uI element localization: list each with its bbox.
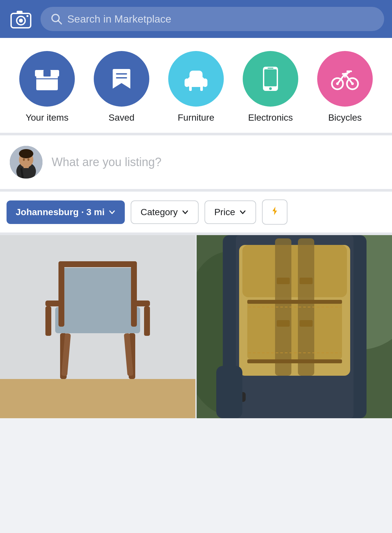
svg-rect-68: [277, 278, 290, 284]
svg-rect-53: [58, 261, 137, 267]
svg-rect-52: [131, 261, 137, 327]
svg-rect-21: [264, 69, 277, 86]
location-label: Johannesburg · 3 mi: [16, 207, 105, 217]
svg-rect-46: [62, 268, 134, 314]
svg-rect-72: [247, 300, 342, 304]
categories-section: Your items Saved: [0, 38, 392, 135]
svg-rect-18: [185, 78, 189, 87]
svg-point-41: [23, 158, 25, 161]
svg-point-4: [26, 15, 28, 17]
category-saved[interactable]: Saved: [92, 51, 151, 123]
filters-section: Johannesburg · 3 mi Category Price: [0, 192, 392, 235]
svg-rect-78: [216, 366, 242, 418]
product-grid: [0, 235, 392, 418]
svg-line-6: [58, 21, 61, 24]
svg-rect-17: [200, 86, 203, 91]
svg-rect-23: [268, 68, 273, 69]
category-label: Category: [140, 207, 178, 217]
svg-rect-15: [189, 71, 203, 81]
svg-rect-16: [189, 86, 192, 91]
category-filter-button[interactable]: Category: [131, 200, 199, 224]
camera-button[interactable]: [8, 6, 34, 32]
svg-point-40: [19, 149, 33, 158]
price-filter-button[interactable]: Price: [204, 200, 256, 224]
svg-rect-9: [43, 70, 51, 77]
bicycles-label: Bicycles: [328, 112, 362, 123]
your-items-circle: [19, 51, 75, 107]
bicycles-circle: [317, 51, 373, 107]
svg-point-34: [351, 82, 354, 85]
svg-rect-14: [188, 80, 204, 87]
price-label: Price: [214, 207, 235, 217]
box-icon: [32, 64, 62, 94]
saved-circle: [94, 51, 149, 107]
category-your-items[interactable]: Your items: [18, 51, 76, 123]
svg-rect-48: [45, 306, 51, 336]
svg-rect-69: [300, 278, 313, 284]
category-furniture[interactable]: Furniture: [167, 51, 225, 123]
armchair-icon: [181, 64, 211, 94]
price-chevron-icon: [239, 209, 246, 216]
svg-rect-19: [203, 78, 207, 87]
lightning-icon: [270, 206, 280, 216]
svg-rect-50: [144, 306, 150, 336]
more-filters-button[interactable]: [262, 199, 287, 225]
category-chevron-icon: [182, 209, 189, 216]
svg-point-2: [19, 19, 23, 23]
category-electronics[interactable]: Electronics: [241, 51, 300, 123]
product-card-chair[interactable]: [0, 235, 195, 418]
furniture-label: Furniture: [178, 112, 214, 123]
backpack-svg: [197, 235, 392, 418]
search-bar[interactable]: Search in Marketplace: [41, 7, 384, 31]
svg-rect-64: [242, 245, 347, 297]
backpack-image: [197, 235, 392, 418]
electronics-label: Electronics: [248, 112, 293, 123]
svg-point-42: [27, 158, 29, 161]
avatar-image: [10, 146, 42, 179]
product-card-backpack[interactable]: [197, 235, 392, 418]
user-avatar: [10, 146, 42, 179]
phone-icon: [256, 64, 285, 94]
svg-rect-3: [17, 11, 23, 14]
svg-rect-70: [277, 320, 290, 327]
chevron-down-icon: [108, 209, 116, 216]
bicycle-icon: [330, 64, 360, 94]
category-bicycles[interactable]: Bicycles: [316, 51, 374, 123]
search-placeholder: Search in Marketplace: [67, 13, 171, 25]
header: Search in Marketplace: [0, 0, 392, 38]
svg-point-22: [269, 87, 272, 90]
svg-rect-71: [300, 320, 313, 327]
listing-placeholder-text[interactable]: What are you listing?: [52, 155, 161, 169]
location-filter-button[interactable]: Johannesburg · 3 mi: [7, 200, 125, 224]
camera-icon: [9, 8, 32, 30]
search-icon: [50, 13, 63, 25]
electronics-circle: [243, 51, 298, 107]
chair-svg: [36, 248, 160, 392]
svg-point-33: [336, 82, 339, 85]
furniture-circle: [168, 51, 224, 107]
svg-rect-51: [58, 261, 64, 327]
svg-rect-73: [247, 359, 342, 363]
svg-marker-44: [272, 207, 277, 215]
chair-image: [0, 235, 195, 418]
saved-label: Saved: [108, 112, 134, 123]
bookmark-icon: [107, 64, 136, 94]
your-items-label: Your items: [25, 112, 68, 123]
svg-rect-65: [247, 301, 342, 359]
listing-prompt-section: What are you listing?: [0, 135, 392, 192]
